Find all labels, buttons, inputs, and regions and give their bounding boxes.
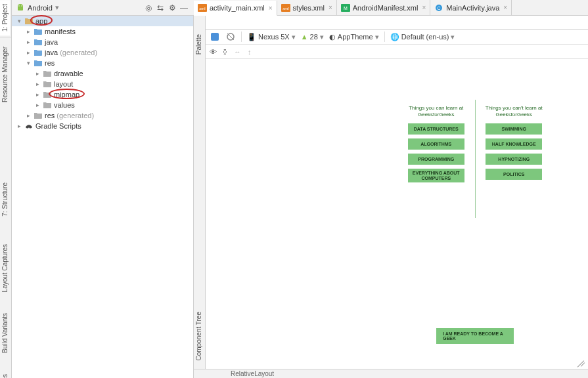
tree-label: java <box>45 49 58 56</box>
collapse-icon[interactable]: ⇆ <box>154 2 166 14</box>
status-bar: RelativeLayout <box>194 369 588 378</box>
expand-icon[interactable]: ▸ <box>34 81 41 87</box>
tree-label: app <box>35 17 47 25</box>
right-column: Things you can't learn at GeeksforGeeks … <box>476 100 553 218</box>
tree-row-res[interactable]: ▾res <box>12 58 193 68</box>
toolwindow-build-variants[interactable]: Build Variants <box>0 309 10 357</box>
designer-toolbar-2: 👁 ⧲ ↔ ↕ <box>206 45 588 59</box>
green-button[interactable]: EVERYTHING ABOUT COMPUTERS <box>408 169 464 182</box>
arrows-v-icon[interactable]: ↕ <box>248 48 252 56</box>
device-picker[interactable]: 📱 Nexus 5X ▾ <box>247 33 296 41</box>
tree-row-java[interactable]: ▸java(generated) <box>12 47 193 58</box>
left-column: Things you can learn at GeeksforGeeks DA… <box>397 100 476 218</box>
tree-row-res[interactable]: ▸res(generated) <box>12 110 193 121</box>
editor-tab[interactable]: MAndroidManifest.xml× <box>337 0 431 15</box>
svg-point-0 <box>18 5 19 6</box>
project-tree[interactable]: ▾app▸manifests▸java▸java(generated)▾res▸… <box>12 16 194 378</box>
toolwindow-project[interactable]: 1: Project <box>0 0 10 35</box>
project-view-label[interactable]: Android <box>28 4 53 12</box>
green-button[interactable]: HYPNOTIZING <box>486 154 542 165</box>
tree-label: mipmap <box>54 91 79 98</box>
gradle-icon <box>24 121 34 131</box>
designer-side-tabs: Palette Component Tree <box>194 16 206 369</box>
green-button[interactable]: POLITICS <box>486 169 542 180</box>
layout-designer: Palette Component Tree 📱 Nexus 5X ▾ ▲ 28… <box>194 16 588 369</box>
close-icon[interactable]: × <box>422 4 426 11</box>
locale-picker[interactable]: 🌐 Default (en-us) ▾ <box>390 33 455 41</box>
svg-rect-10 <box>211 33 219 41</box>
api-picker[interactable]: ▲ 28 ▾ <box>301 33 324 41</box>
expand-icon[interactable]: ▸ <box>34 91 41 98</box>
target-icon[interactable]: ◎ <box>143 2 154 14</box>
green-button[interactable]: PROGRAMMING <box>408 154 464 165</box>
tree-row-layout[interactable]: ▸layout <box>12 79 193 89</box>
editor-tab-strip: xmlactivity_main.xml×xmlstyles.xml×MAndr… <box>194 0 588 16</box>
design-canvas[interactable]: Things you can learn at GeeksforGeeks DA… <box>206 59 588 369</box>
resize-handle-icon[interactable] <box>574 354 585 366</box>
expand-icon[interactable]: ▾ <box>16 18 22 24</box>
svg-text:C: C <box>438 6 441 10</box>
green-button[interactable]: DATA STRUCTURES <box>408 123 464 135</box>
xml-icon: xml <box>281 4 290 12</box>
dropdown-icon[interactable]: ▾ <box>55 3 59 12</box>
phone-preview: Things you can learn at GeeksforGeeks DA… <box>397 100 553 356</box>
expand-icon[interactable]: ▾ <box>25 60 32 66</box>
svg-text:M: M <box>344 6 348 10</box>
tree-row-values[interactable]: ▸values <box>12 100 193 110</box>
magnet-icon[interactable]: ⧲ <box>223 48 227 56</box>
tree-row-Gradle Scripts[interactable]: ▸Gradle Scripts <box>12 121 193 131</box>
gear-icon[interactable]: ⚙ <box>166 2 178 14</box>
close-icon[interactable]: × <box>503 4 507 11</box>
component-tree-tab[interactable]: Component Tree <box>194 308 204 365</box>
status-component: RelativeLayout <box>231 370 274 377</box>
folder-g-icon <box>43 90 52 99</box>
hide-icon[interactable]: — <box>178 2 190 14</box>
expand-icon[interactable]: ▸ <box>34 102 41 108</box>
tree-label: values <box>54 101 75 109</box>
expand-icon[interactable]: ▸ <box>34 70 41 77</box>
close-icon[interactable]: × <box>269 5 273 12</box>
tree-row-drawable[interactable]: ▸drawable <box>12 68 193 79</box>
expand-icon[interactable]: ▸ <box>16 123 22 129</box>
tree-row-java[interactable]: ▸java <box>12 37 193 47</box>
eye-icon[interactable]: 👁 <box>210 48 217 56</box>
palette-tab[interactable]: Palette <box>194 30 204 58</box>
theme-picker[interactable]: ◐ AppTheme ▾ <box>329 33 379 41</box>
toolwindow-favorites[interactable]: 2: Favorites <box>0 370 10 378</box>
svg-text:xml: xml <box>199 7 205 10</box>
editor-tab[interactable]: xmlstyles.xml× <box>277 0 337 15</box>
folder-g-icon <box>34 111 43 120</box>
xml-icon: xml <box>198 4 207 12</box>
folder-icon <box>34 48 43 57</box>
toolwindow-resource-manager[interactable]: Resource Manager <box>0 43 10 106</box>
editor-tab[interactable]: CMainActivity.java× <box>430 0 512 15</box>
expand-icon[interactable]: ▸ <box>25 49 32 56</box>
green-button[interactable]: ALGORITHMS <box>408 138 464 150</box>
arrows-h-icon[interactable]: ↔ <box>234 48 241 56</box>
design-mode-icon[interactable] <box>210 32 220 42</box>
green-button[interactable]: SWIMMING <box>486 123 542 135</box>
blueprint-mode-icon[interactable] <box>225 32 236 42</box>
cta-button[interactable]: I AM READY TO BECOME A GEEK <box>436 328 514 344</box>
folder-icon <box>34 27 43 36</box>
tab-label: activity_main.xml <box>210 4 265 12</box>
toolwindow-structure[interactable]: 7: Structure <box>0 178 10 220</box>
generated-badge: (generated) <box>57 112 94 119</box>
tree-label: drawable <box>54 70 83 77</box>
toolwindow-layout-captures[interactable]: Layout Captures <box>0 240 10 296</box>
green-button[interactable]: HALF KNOWLEDGE <box>486 138 542 150</box>
tree-row-app[interactable]: ▾app <box>12 16 193 26</box>
folder-icon <box>34 58 43 68</box>
expand-icon[interactable]: ▸ <box>25 39 32 45</box>
tree-row-mipmap[interactable]: ▸mipmap <box>12 89 193 100</box>
close-icon[interactable]: × <box>328 4 332 11</box>
tree-label: manifests <box>45 28 76 35</box>
android-icon <box>16 3 25 12</box>
editor-tab[interactable]: xmlactivity_main.xml× <box>194 1 277 16</box>
expand-icon[interactable]: ▸ <box>25 28 32 35</box>
expand-icon[interactable]: ▸ <box>25 112 32 119</box>
tree-row-manifests[interactable]: ▸manifests <box>12 26 193 37</box>
right-heading: Things you can't learn at GeeksforGeeks <box>480 105 549 118</box>
tab-label: MainActivity.java <box>446 4 499 12</box>
mf-icon: M <box>341 4 350 12</box>
